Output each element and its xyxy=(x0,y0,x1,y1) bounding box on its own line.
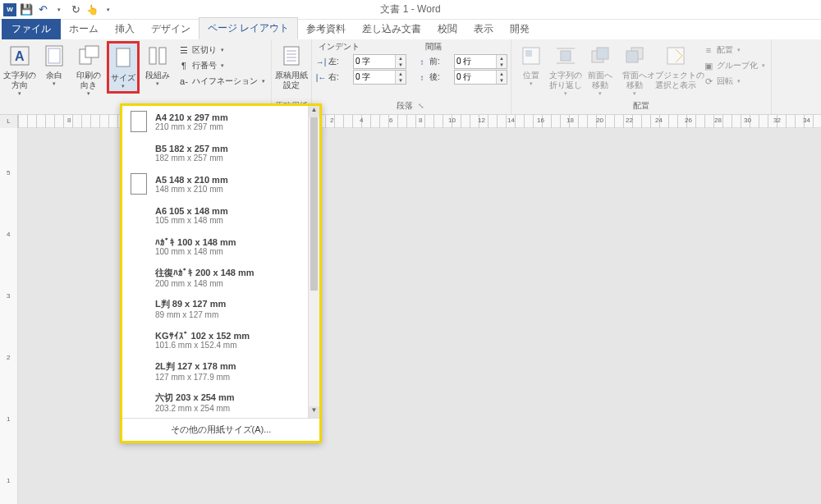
columns-button[interactable]: 段組み ▾ xyxy=(141,41,174,89)
size-option[interactable]: 往復ﾊｶﾞｷ 200 x 148 mm200 mm x 148 mm xyxy=(122,262,319,293)
redo-icon[interactable]: ↻ xyxy=(69,3,82,16)
indent-left-icon: →| xyxy=(315,56,327,67)
svg-rect-16 xyxy=(561,51,571,61)
chevron-down-icon: ▾ xyxy=(564,90,567,97)
svg-rect-5 xyxy=(85,46,99,57)
size-button[interactable]: サイズ ▾ xyxy=(107,41,140,94)
hyphenation-button[interactable]: a-ハイフネーション▾ xyxy=(176,74,268,89)
ruler-h-number: 28 xyxy=(714,117,722,124)
size-name: L判 89 x 127 mm xyxy=(155,298,226,310)
size-name: 往復ﾊｶﾞｷ 200 x 148 mm xyxy=(155,267,255,279)
size-option[interactable]: A5 148 x 210 mm148 mm x 210 mm xyxy=(122,168,319,199)
size-dim: 182 mm x 257 mm xyxy=(155,153,228,163)
chevron-down-icon: ▾ xyxy=(18,90,21,97)
scroll-down-icon[interactable]: ▼ xyxy=(309,406,319,418)
margins-button[interactable]: 余白 ▾ xyxy=(38,41,71,89)
size-option[interactable]: B5 182 x 257 mm182 mm x 257 mm xyxy=(122,137,319,168)
spin-up-icon[interactable]: ▲ xyxy=(396,71,406,77)
manuscript-settings-button[interactable]: 原稿用紙 設定 xyxy=(275,41,308,92)
ruler-h-number: 6 xyxy=(389,117,392,124)
more-paper-sizes[interactable]: その他の用紙サイズ(A)... xyxy=(122,418,319,441)
svg-rect-9 xyxy=(284,47,299,65)
title-bar: W 💾 ↶ ▾ ↻ 👆 ▾ 文書 1 - Word xyxy=(0,0,821,20)
orientation-button[interactable]: 印刷の 向き ▾ xyxy=(72,41,105,99)
rotate-button[interactable]: ⟳回転▾ xyxy=(700,74,768,89)
group-objects-button[interactable]: ▣グループ化▾ xyxy=(700,58,768,73)
size-dim: 127 mm x 177.9 mm xyxy=(155,373,236,382)
tab-page-layout[interactable]: ページ レイアウト xyxy=(199,17,298,39)
send-backward-button[interactable]: 背面へ 移動▾ xyxy=(618,41,651,99)
size-option[interactable]: ﾊｶﾞｷ 100 x 148 mm100 mm x 148 mm xyxy=(122,231,319,262)
align-button[interactable]: ≡配置▾ xyxy=(700,43,768,57)
chevron-down-icon: ▾ xyxy=(156,80,159,87)
tab-references[interactable]: 参考資料 xyxy=(298,19,354,39)
tab-developer[interactable]: 開発 xyxy=(502,19,538,39)
size-option[interactable]: 2L判 127 x 178 mm127 mm x 177.9 mm xyxy=(122,355,319,387)
space-after-label: 後: xyxy=(429,71,452,83)
space-after-input[interactable]: ▲▼ xyxy=(454,70,507,85)
spin-up-icon[interactable]: ▲ xyxy=(497,71,507,77)
spin-down-icon[interactable]: ▼ xyxy=(497,62,507,68)
svg-text:A: A xyxy=(15,49,25,63)
tab-home[interactable]: ホーム xyxy=(61,19,107,39)
tab-mailings[interactable]: 差し込み文書 xyxy=(354,19,429,39)
size-name: ﾊｶﾞｷ 100 x 148 mm xyxy=(155,237,236,247)
tab-review[interactable]: 校閲 xyxy=(429,19,466,39)
spin-down-icon[interactable]: ▼ xyxy=(396,62,406,68)
size-name: A4 210 x 297 mm xyxy=(155,112,228,122)
breaks-button[interactable]: ☰区切り▾ xyxy=(176,43,268,57)
position-button[interactable]: 位置▾ xyxy=(515,41,548,89)
size-option[interactable]: A6 105 x 148 mm105 mm x 148 mm xyxy=(122,199,319,231)
scrollbar-thumb[interactable] xyxy=(310,117,318,291)
tab-design[interactable]: デザイン xyxy=(143,19,199,39)
ruler-v-number: 5 xyxy=(7,169,10,176)
undo-dropdown-icon[interactable]: ▾ xyxy=(53,3,66,16)
ruler-h-number: 14 xyxy=(507,117,515,124)
save-icon[interactable]: 💾 xyxy=(20,3,33,16)
touch-mode-icon[interactable]: 👆 xyxy=(85,3,99,16)
size-dim: 200 mm x 148 mm xyxy=(155,279,255,288)
selection-pane-button[interactable]: オブジェクトの 選択と表示 xyxy=(653,41,699,92)
dropdown-scrollbar[interactable]: ▲ ▼ xyxy=(308,106,319,418)
spin-up-icon[interactable]: ▲ xyxy=(497,55,507,62)
space-before-input[interactable]: ▲▼ xyxy=(454,54,507,69)
indent-right-input[interactable]: ▲▼ xyxy=(353,70,406,85)
size-dim: 105 mm x 148 mm xyxy=(155,216,228,225)
undo-icon[interactable]: ↶ xyxy=(36,3,49,16)
size-option[interactable]: L判 89 x 127 mm89 mm x 127 mm xyxy=(122,293,319,324)
tab-view[interactable]: 表示 xyxy=(466,19,502,39)
chevron-down-icon: ▾ xyxy=(221,47,224,53)
size-option[interactable]: A4 210 x 297 mm210 mm x 297 mm xyxy=(122,106,319,137)
chevron-down-icon: ▾ xyxy=(737,47,741,53)
ruler-v-number: 1 xyxy=(7,415,10,423)
paragraph-launcher[interactable]: ⤡ xyxy=(416,102,426,110)
vertical-ruler[interactable]: 543211 xyxy=(0,128,18,504)
chevron-down-icon: ▾ xyxy=(262,78,265,85)
spin-up-icon[interactable]: ▲ xyxy=(396,55,406,62)
line-numbers-button[interactable]: ¶行番号▾ xyxy=(176,58,268,73)
margins-icon xyxy=(41,43,67,69)
size-option[interactable]: KGｻｲｽﾞ 102 x 152 mm101.6 mm x 152.4 mm xyxy=(122,324,319,355)
scroll-up-icon[interactable]: ▲ xyxy=(309,106,319,117)
text-wrap-icon xyxy=(553,43,579,69)
qat-customize-icon[interactable]: ▾ xyxy=(102,3,115,16)
tab-insert[interactable]: 挿入 xyxy=(107,19,143,39)
bring-forward-button[interactable]: 前面へ 移動▾ xyxy=(584,41,617,99)
svg-rect-7 xyxy=(149,48,156,64)
size-name: A5 148 x 210 mm xyxy=(155,175,228,185)
size-dim: 210 mm x 297 mm xyxy=(155,122,228,131)
text-direction-button[interactable]: A 文字列の 方向 ▾ xyxy=(3,41,36,99)
page-thumb-icon xyxy=(131,111,147,132)
chevron-down-icon: ▾ xyxy=(87,90,90,97)
chevron-down-icon: ▾ xyxy=(122,83,125,89)
spin-down-icon[interactable]: ▼ xyxy=(497,77,507,84)
ruler-v-number: 3 xyxy=(7,292,10,300)
group-arrange: 位置▾ 文字列の 折り返し▾ 前面へ 移動▾ 背面へ 移動▾ オブジェクトの 選… xyxy=(511,39,772,114)
size-dim: 100 mm x 148 mm xyxy=(155,247,236,256)
text-wrap-button[interactable]: 文字列の 折り返し▾ xyxy=(549,41,582,99)
size-dropdown: A4 210 x 297 mm210 mm x 297 mmB5 182 x 2… xyxy=(120,103,322,443)
spin-down-icon[interactable]: ▼ xyxy=(396,77,406,84)
indent-left-input[interactable]: ▲▼ xyxy=(353,54,406,69)
size-option[interactable]: 六切 203 x 254 mm203.2 mm x 254 mm xyxy=(122,387,319,418)
tab-file[interactable]: ファイル xyxy=(2,19,61,39)
